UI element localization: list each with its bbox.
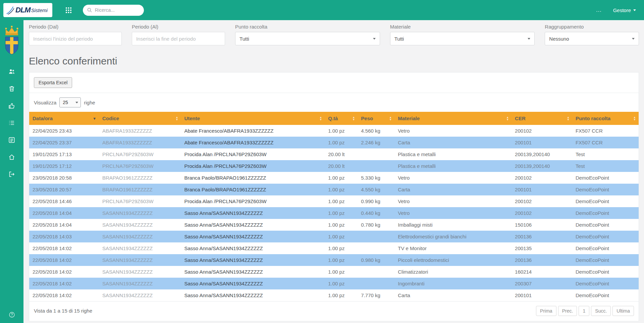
cell-qta: 1.00 pz — [325, 242, 358, 254]
cell-punto-raccolta: DemoEcoPoint — [572, 219, 639, 231]
column-header-codice[interactable]: Codice — [99, 112, 181, 125]
column-header-data-ora[interactable]: Data/ora — [29, 112, 99, 125]
table-row[interactable]: 22/05/2018 14:04SASANN1934ZZZZZZSasso An… — [29, 219, 639, 231]
periodo-al-input[interactable] — [132, 32, 225, 45]
sidebar-item-trash[interactable] — [8, 85, 15, 92]
cell-data-ora: 23/05/2018 20:58 — [29, 172, 99, 184]
cell-punto-raccolta: DemoEcoPoint — [572, 289, 639, 301]
logo-swoosh-icon — [6, 5, 14, 15]
cell-codice: ABAFRA1933ZZZZZZ — [99, 125, 181, 137]
table-row[interactable]: 22/05/2018 14:02SASANN1934ZZZZZZSasso An… — [29, 278, 639, 289]
help-icon — [8, 311, 15, 318]
cell-punto-raccolta: Test — [572, 148, 639, 160]
cell-codice: PRCLNA76P29Z603W — [99, 160, 181, 172]
home-icon — [8, 153, 15, 161]
cell-qta: 1.00 pz — [325, 207, 358, 219]
cell-utente: Branca Paolo/BRAPAO1961ZZZZZZ — [181, 184, 325, 195]
sort-icon — [175, 116, 178, 121]
caret-down-icon — [373, 38, 376, 40]
sidebar-item-approvals[interactable] — [8, 102, 15, 109]
sidebar-item-logout[interactable] — [8, 171, 15, 178]
cell-utente: Sasso Anna/SASANN1934ZZZZZZ — [181, 289, 325, 301]
sort-icon — [506, 116, 509, 121]
column-header-utente[interactable]: Utente — [181, 112, 325, 125]
trash-icon — [8, 85, 15, 92]
raggruppamento-select[interactable]: Nessuno — [545, 32, 639, 45]
cell-data-ora: 22/05/2018 14:02 — [29, 266, 99, 278]
punto-raccolta-select[interactable]: Tutti — [235, 32, 380, 45]
sidebar-item-list[interactable] — [8, 119, 15, 127]
page-title: Elenco conferimenti — [29, 55, 639, 67]
column-label: Data/ora — [33, 116, 53, 121]
cell-materiale: Carta — [394, 184, 512, 195]
cell-utente: Abate Francesco/ABAFRA1933ZZZZZZ — [181, 125, 325, 137]
table-row[interactable]: 22/05/2018 14:02SASANN1934ZZZZZZSasso An… — [29, 242, 639, 254]
cell-utente: Procida Alan /PRCLNA76P29Z603W — [181, 148, 325, 160]
table-row[interactable]: 23/05/2018 20:57BRAPAO1961ZZZZZZBranca P… — [29, 184, 639, 195]
cell-cer: 200102 — [512, 207, 572, 219]
more-menu[interactable]: ... — [596, 7, 601, 13]
cell-qta: 1.00 pz — [325, 125, 358, 137]
sidebar-item-home[interactable] — [8, 153, 15, 161]
filter-periodo-al: Periodo (Al) — [132, 24, 225, 45]
cell-codice: PRCLNA76P29Z603W — [99, 195, 181, 207]
cell-cer: 200101 — [512, 137, 572, 148]
users-icon — [8, 68, 15, 75]
cell-peso — [358, 231, 394, 242]
table-row[interactable]: 22/04/2025 23:37ABAFRA1933ZZZZZZAbate Fr… — [29, 137, 639, 148]
materiale-select[interactable]: Tutti — [390, 32, 535, 45]
cell-cer: 200101 — [512, 184, 572, 195]
thumbs-up-icon — [8, 102, 15, 109]
pagination-next[interactable]: Succ. — [591, 306, 611, 316]
cell-data-ora: 22/05/2018 14:04 — [29, 219, 99, 231]
table-row[interactable]: 22/05/2018 14:02SASANN1934ZZZZZZSasso An… — [29, 254, 639, 266]
table-row[interactable]: 22/05/2018 14:02SASANN1934ZZZZZZSasso An… — [29, 289, 639, 301]
cell-punto-raccolta: DemoEcoPoint — [572, 231, 639, 242]
filter-label: Materiale — [390, 24, 535, 30]
cell-materiale: Vetro — [394, 172, 512, 184]
cell-cer: 200136 — [512, 231, 572, 242]
sidebar-item-help[interactable] — [8, 311, 15, 318]
cell-cer: 200139,200140 — [512, 160, 572, 172]
logo-text-dlm: DLM — [15, 6, 31, 14]
page-length-select[interactable]: 25 — [59, 97, 81, 107]
export-excel-button[interactable]: Esporta Excel — [34, 77, 72, 88]
pagination-last[interactable]: Ultima — [612, 306, 634, 316]
column-header-peso[interactable]: Peso — [358, 112, 394, 125]
filter-label: Periodo (Dal) — [29, 24, 122, 30]
cell-utente: Sasso Anna/SASANN1934ZZZZZZ — [181, 254, 325, 266]
pagination-prev[interactable]: Prec. — [558, 306, 577, 316]
cell-data-ora: 22/04/2025 23:37 — [29, 137, 99, 148]
table-row[interactable]: 22/05/2018 14:02SASANN1934ZZZZZZSasso An… — [29, 266, 639, 278]
app-logo[interactable]: DLM Sistemi — [3, 3, 52, 17]
cell-cer: 200102 — [512, 195, 572, 207]
table-row[interactable]: 22/05/2018 14:46PRCLNA76P29Z603WProcida … — [29, 195, 639, 207]
column-header-qta[interactable]: Q.tà — [325, 112, 358, 125]
cell-data-ora: 22/05/2018 14:04 — [29, 207, 99, 219]
cell-data-ora: 19/01/2025 17:13 — [29, 148, 99, 160]
table-row[interactable]: 23/05/2018 20:58BRAPAO1961ZZZZZZBranca P… — [29, 172, 639, 184]
sidebar-item-users[interactable] — [8, 68, 15, 75]
cell-cer: 200101 — [512, 289, 572, 301]
filters-row: Periodo (Dal) Periodo (Al) Punto raccolt… — [29, 24, 639, 45]
sidebar-item-report[interactable] — [8, 136, 15, 144]
column-header-cer[interactable]: CER — [512, 112, 572, 125]
table-row[interactable]: 22/05/2018 14:03SASANN1934ZZZZZZSasso An… — [29, 231, 639, 242]
cell-materiale: Vetro — [394, 195, 512, 207]
pagination-page-1[interactable]: 1 — [579, 306, 589, 316]
table-row[interactable]: 22/04/2025 23:43ABAFRA1933ZZZZZZAbate Fr… — [29, 125, 639, 137]
user-menu[interactable]: Gestore — [613, 7, 636, 13]
select-value: Tutti — [394, 36, 404, 42]
pagination: Prima Prec. 1 Succ. Ultima — [536, 306, 634, 316]
apps-grid-icon[interactable] — [64, 6, 73, 14]
cell-codice: SASANN1934ZZZZZZ — [99, 254, 181, 266]
pagination-first[interactable]: Prima — [536, 306, 556, 316]
search-icon — [87, 7, 92, 13]
table-row[interactable]: 22/05/2018 14:04SASANN1934ZZZZZZSasso An… — [29, 207, 639, 219]
cell-materiale: Carta — [394, 137, 512, 148]
column-header-materiale[interactable]: Materiale — [394, 112, 512, 125]
periodo-dal-input[interactable] — [29, 32, 122, 45]
table-row[interactable]: 19/01/2025 17:12PRCLNA76P29Z603WProcida … — [29, 160, 639, 172]
table-row[interactable]: 19/01/2025 17:13PRCLNA76P29Z603WProcida … — [29, 148, 639, 160]
column-header-punto-raccolta[interactable]: Punto raccolta — [572, 112, 639, 125]
